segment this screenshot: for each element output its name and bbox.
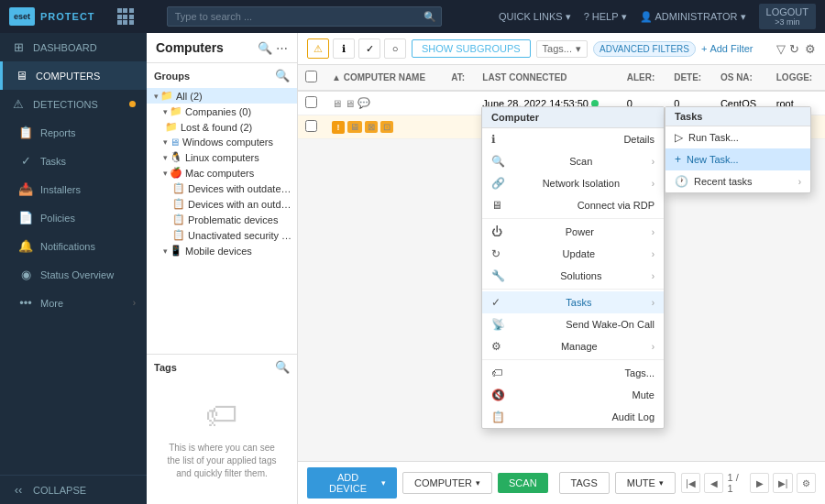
filter-warning-btn[interactable]: ⚠	[307, 38, 329, 59]
add-device-btn[interactable]: ADD DEVICE ▾	[307, 467, 397, 499]
th-computer-name[interactable]: ▲ COMPUTER NAME	[324, 65, 444, 91]
filter-check-btn[interactable]: ✓	[358, 38, 380, 59]
tree-item-outdated-os[interactable]: 📋 Devices with an outdated operating sy.…	[147, 196, 297, 212]
tasks-icon: ✓	[18, 154, 33, 168]
tree-item-companies[interactable]: ▾ 📁 Companies (0)	[147, 104, 297, 119]
th-last-connected[interactable]: LAST CONNECTED	[475, 65, 619, 91]
table-row[interactable]: 🖥 🖥 💬 June 28, 2022 14:53:50	[298, 91, 825, 115]
filter-circle-btn[interactable]: ○	[384, 38, 406, 59]
chat-icon: 💬	[358, 97, 370, 109]
row2-alerts: 2	[620, 115, 666, 139]
panel-menu-icon[interactable]: ⋯	[276, 41, 288, 55]
logo: eset PROTECT	[9, 7, 95, 26]
tags-search-icon[interactable]: 🔍	[275, 360, 290, 374]
sidebar-label-dashboard: DASHBOARD	[33, 42, 97, 53]
show-subgroups-btn[interactable]: SHOW SUBGROUPS	[412, 39, 531, 58]
panel-title: Computers	[156, 40, 224, 55]
page-info: 1 / 1	[727, 472, 746, 494]
row2-last-connected: June 28, 2022 14:53:42	[475, 115, 619, 139]
table-header-row: ▲ COMPUTER NAME AT: LAST CONNECTED ALER:…	[298, 65, 825, 91]
last-page-btn[interactable]: ▶|	[773, 473, 792, 493]
tree-item-unactivated[interactable]: 📋 Unactivated security product	[147, 227, 297, 243]
panel-search-icon[interactable]: 🔍	[258, 41, 272, 55]
next-page-btn[interactable]: ▶	[750, 473, 769, 493]
sidebar-item-dashboard[interactable]: ⊞ DASHBOARD	[0, 33, 147, 61]
select-all-checkbox[interactable]	[305, 71, 317, 82]
search-input[interactable]	[167, 6, 442, 27]
tree-item-problematic[interactable]: 📋 Problematic devices	[147, 212, 297, 227]
sidebar-item-detections[interactable]: ⚠ DETECTIONS	[0, 90, 147, 118]
sidebar-label-policies: Policies	[40, 213, 75, 224]
sidebar-item-installers[interactable]: 📥 Installers	[0, 175, 147, 203]
tree-item-mobile[interactable]: ▾ 📱 Mobile devices	[147, 243, 297, 258]
tree-item-outdated-modules[interactable]: 📋 Devices with outdated modules	[147, 181, 297, 196]
table-filter-icon[interactable]: ▽	[776, 42, 786, 56]
row1-icons: 🖥 🖥 💬	[332, 97, 436, 109]
groups-search-icon[interactable]: 🔍	[275, 69, 290, 82]
tree-item-linux[interactable]: ▾ 🐧 Linux computers	[147, 149, 297, 165]
tree-item-mac[interactable]: ▾ 🍎 Mac computers	[147, 165, 297, 181]
sidebar-item-reports[interactable]: 📋 Reports	[0, 118, 147, 147]
filter-info-btn[interactable]: ℹ	[333, 38, 355, 59]
sidebar-label-installers: Installers	[40, 184, 81, 195]
table-icons: ▽ ↻	[776, 42, 799, 56]
sidebar-item-tasks[interactable]: ✓ Tasks	[0, 147, 147, 175]
quick-links-btn[interactable]: QUICK LINKS ▾	[499, 11, 571, 23]
row2-checkbox[interactable]	[298, 115, 324, 139]
add-filter-btn[interactable]: + Add Filter	[701, 43, 754, 54]
th-checkbox	[298, 65, 324, 91]
sidebar-item-status[interactable]: ◉ Status Overview	[0, 260, 147, 289]
tree-item-lostfound[interactable]: 📁 Lost & found (2)	[147, 119, 297, 135]
table-row[interactable]: ! 🖥 ⊠ ⊡ June 28, 2022 14:53:42	[298, 115, 825, 139]
computers-table: ▲ COMPUTER NAME AT: LAST CONNECTED ALER:…	[298, 65, 825, 139]
search-bar: 🔍	[167, 6, 442, 27]
mute-btn[interactable]: MUTE ▾	[615, 472, 676, 494]
row1-checkbox[interactable]	[298, 91, 324, 115]
scan-btn[interactable]: SCAN	[498, 473, 548, 493]
sidebar-label-detections: DETECTIONS	[33, 99, 98, 110]
sidebar-item-more[interactable]: ••• More ›	[0, 289, 147, 317]
filter-icons: ⚠ ℹ ✓ ○	[307, 38, 406, 59]
first-page-btn[interactable]: |◀	[681, 473, 700, 493]
tags-content: 🏷 This is where you can see the list of …	[154, 378, 290, 499]
advanced-filters-btn[interactable]: ADVANCED FILTERS	[593, 41, 696, 57]
app-wrapper: eset PROTECT 🔍 QUICK LINKS ▾ ? HELP ▾ 👤 …	[0, 0, 825, 504]
th-detections[interactable]: DETE:	[666, 65, 713, 91]
th-os[interactable]: OS NA:	[713, 65, 769, 91]
computer-btn[interactable]: COMPUTER ▾	[402, 472, 492, 494]
chevron-icon-linux: ▾	[163, 153, 168, 162]
tree-item-windows[interactable]: ▾ 🖥 Windows computers	[147, 135, 297, 149]
tree-label-unactivated: Unactivated security product	[188, 230, 293, 241]
sidebar-item-collapse[interactable]: ‹‹ COLLAPSE	[0, 476, 147, 504]
help-btn[interactable]: ? HELP ▾	[584, 11, 627, 23]
table-area: ▲ COMPUTER NAME AT: LAST CONNECTED ALER:…	[298, 65, 825, 461]
chevron-right-icon: ▾	[163, 107, 168, 116]
tree-label-companies: Companies (0)	[185, 106, 293, 117]
tag-filter-input[interactable]: Tags... ▾	[536, 40, 588, 58]
tag-filter-chevron[interactable]: ▾	[576, 43, 581, 55]
th-at[interactable]: AT:	[444, 65, 475, 91]
tags-btn[interactable]: TAGS	[559, 472, 610, 494]
sidebar-item-notifications[interactable]: 🔔 Notifications	[0, 232, 147, 260]
computers-icon: 🖥	[14, 69, 28, 82]
grid-icon[interactable]	[117, 8, 134, 25]
logout-btn[interactable]: LOGOUT >3 min	[759, 4, 816, 29]
search-icon[interactable]: 🔍	[424, 11, 436, 23]
sidebar-label-tasks: Tasks	[40, 156, 66, 167]
sidebar-label-status: Status Overview	[40, 269, 114, 280]
table-refresh-icon[interactable]: ↻	[789, 42, 799, 56]
table-settings-icon[interactable]: ⚙	[805, 42, 816, 56]
admin-btn[interactable]: 👤 ADMINISTRATOR ▾	[640, 11, 746, 23]
row2-at	[444, 115, 475, 139]
tree-label-mac: Mac computers	[185, 168, 293, 179]
table-settings-page-btn[interactable]: ⚙	[797, 473, 816, 493]
tags-label: Tags	[154, 362, 177, 373]
sidebar-item-computers[interactable]: 🖥 COMPUTERS	[0, 61, 147, 90]
th-logged[interactable]: LOGGE:	[769, 65, 825, 91]
th-alerts[interactable]: ALER:	[620, 65, 666, 91]
tag-decorative-icon: 🏷	[161, 396, 282, 434]
prev-page-btn[interactable]: ◀	[704, 473, 723, 493]
tree-item-all[interactable]: ▾ 📁 All (2) ⚙	[147, 88, 297, 104]
row1-alerts: 0	[620, 91, 666, 115]
sidebar-item-policies[interactable]: 📄 Policies	[0, 203, 147, 232]
